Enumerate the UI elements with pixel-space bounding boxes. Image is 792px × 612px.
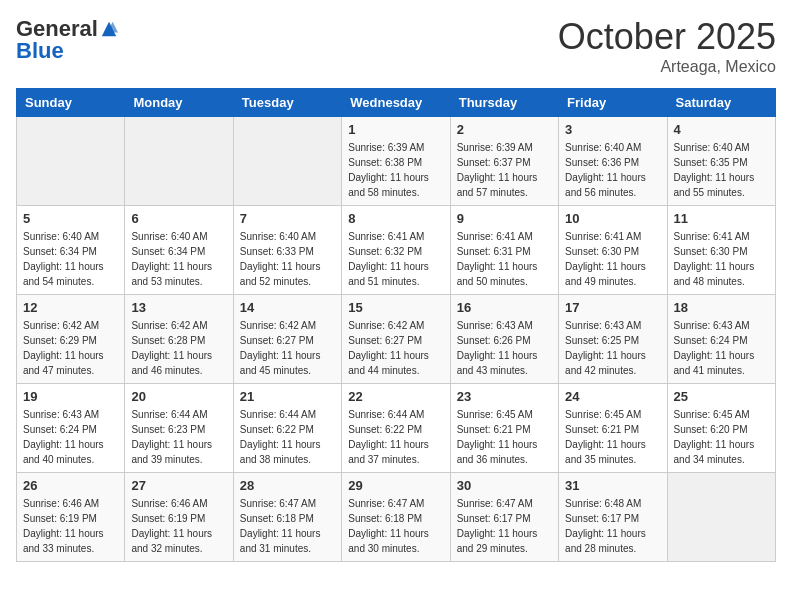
calendar-cell: 10 Sunrise: 6:41 AMSunset: 6:30 PMDaylig… [559,206,667,295]
day-info: Sunrise: 6:40 AMSunset: 6:34 PMDaylight:… [131,229,226,289]
calendar-table: SundayMondayTuesdayWednesdayThursdayFrid… [16,88,776,562]
calendar-cell: 17 Sunrise: 6:43 AMSunset: 6:25 PMDaylig… [559,295,667,384]
day-number: 20 [131,389,226,404]
day-info: Sunrise: 6:44 AMSunset: 6:22 PMDaylight:… [348,407,443,467]
day-info: Sunrise: 6:40 AMSunset: 6:33 PMDaylight:… [240,229,335,289]
calendar-cell: 29 Sunrise: 6:47 AMSunset: 6:18 PMDaylig… [342,473,450,562]
day-info: Sunrise: 6:44 AMSunset: 6:22 PMDaylight:… [240,407,335,467]
day-info: Sunrise: 6:40 AMSunset: 6:34 PMDaylight:… [23,229,118,289]
calendar-cell: 4 Sunrise: 6:40 AMSunset: 6:35 PMDayligh… [667,117,775,206]
logo-icon [100,20,118,38]
day-info: Sunrise: 6:43 AMSunset: 6:24 PMDaylight:… [674,318,769,378]
weekday-header-row: SundayMondayTuesdayWednesdayThursdayFrid… [17,89,776,117]
day-number: 27 [131,478,226,493]
day-info: Sunrise: 6:44 AMSunset: 6:23 PMDaylight:… [131,407,226,467]
day-number: 19 [23,389,118,404]
calendar-cell [233,117,341,206]
calendar-cell: 12 Sunrise: 6:42 AMSunset: 6:29 PMDaylig… [17,295,125,384]
weekday-header-tuesday: Tuesday [233,89,341,117]
calendar-cell: 9 Sunrise: 6:41 AMSunset: 6:31 PMDayligh… [450,206,558,295]
day-number: 22 [348,389,443,404]
calendar-cell: 24 Sunrise: 6:45 AMSunset: 6:21 PMDaylig… [559,384,667,473]
day-number: 7 [240,211,335,226]
calendar-cell: 23 Sunrise: 6:45 AMSunset: 6:21 PMDaylig… [450,384,558,473]
calendar-cell: 30 Sunrise: 6:47 AMSunset: 6:17 PMDaylig… [450,473,558,562]
logo: General Blue [16,16,118,64]
calendar-cell: 15 Sunrise: 6:42 AMSunset: 6:27 PMDaylig… [342,295,450,384]
calendar-cell: 18 Sunrise: 6:43 AMSunset: 6:24 PMDaylig… [667,295,775,384]
day-info: Sunrise: 6:45 AMSunset: 6:21 PMDaylight:… [457,407,552,467]
calendar-cell: 7 Sunrise: 6:40 AMSunset: 6:33 PMDayligh… [233,206,341,295]
calendar-cell: 27 Sunrise: 6:46 AMSunset: 6:19 PMDaylig… [125,473,233,562]
day-number: 4 [674,122,769,137]
day-info: Sunrise: 6:42 AMSunset: 6:28 PMDaylight:… [131,318,226,378]
day-number: 15 [348,300,443,315]
calendar-cell: 8 Sunrise: 6:41 AMSunset: 6:32 PMDayligh… [342,206,450,295]
day-info: Sunrise: 6:40 AMSunset: 6:35 PMDaylight:… [674,140,769,200]
day-info: Sunrise: 6:46 AMSunset: 6:19 PMDaylight:… [131,496,226,556]
day-info: Sunrise: 6:45 AMSunset: 6:20 PMDaylight:… [674,407,769,467]
day-number: 25 [674,389,769,404]
day-info: Sunrise: 6:47 AMSunset: 6:18 PMDaylight:… [240,496,335,556]
day-number: 11 [674,211,769,226]
day-number: 6 [131,211,226,226]
calendar-week-row: 1 Sunrise: 6:39 AMSunset: 6:38 PMDayligh… [17,117,776,206]
day-number: 30 [457,478,552,493]
calendar-cell: 13 Sunrise: 6:42 AMSunset: 6:28 PMDaylig… [125,295,233,384]
day-info: Sunrise: 6:42 AMSunset: 6:29 PMDaylight:… [23,318,118,378]
day-info: Sunrise: 6:42 AMSunset: 6:27 PMDaylight:… [240,318,335,378]
calendar-cell: 6 Sunrise: 6:40 AMSunset: 6:34 PMDayligh… [125,206,233,295]
day-info: Sunrise: 6:41 AMSunset: 6:31 PMDaylight:… [457,229,552,289]
day-number: 24 [565,389,660,404]
calendar-cell: 26 Sunrise: 6:46 AMSunset: 6:19 PMDaylig… [17,473,125,562]
weekday-header-saturday: Saturday [667,89,775,117]
day-info: Sunrise: 6:47 AMSunset: 6:18 PMDaylight:… [348,496,443,556]
day-number: 13 [131,300,226,315]
day-info: Sunrise: 6:43 AMSunset: 6:25 PMDaylight:… [565,318,660,378]
day-info: Sunrise: 6:46 AMSunset: 6:19 PMDaylight:… [23,496,118,556]
day-info: Sunrise: 6:41 AMSunset: 6:30 PMDaylight:… [565,229,660,289]
day-info: Sunrise: 6:39 AMSunset: 6:37 PMDaylight:… [457,140,552,200]
day-info: Sunrise: 6:41 AMSunset: 6:30 PMDaylight:… [674,229,769,289]
day-info: Sunrise: 6:41 AMSunset: 6:32 PMDaylight:… [348,229,443,289]
day-info: Sunrise: 6:40 AMSunset: 6:36 PMDaylight:… [565,140,660,200]
month-title: October 2025 [558,16,776,58]
day-number: 17 [565,300,660,315]
day-number: 3 [565,122,660,137]
day-number: 2 [457,122,552,137]
day-number: 28 [240,478,335,493]
weekday-header-wednesday: Wednesday [342,89,450,117]
calendar-cell: 28 Sunrise: 6:47 AMSunset: 6:18 PMDaylig… [233,473,341,562]
day-info: Sunrise: 6:43 AMSunset: 6:26 PMDaylight:… [457,318,552,378]
title-block: October 2025 Arteaga, Mexico [558,16,776,76]
calendar-cell [125,117,233,206]
calendar-cell: 11 Sunrise: 6:41 AMSunset: 6:30 PMDaylig… [667,206,775,295]
calendar-cell: 31 Sunrise: 6:48 AMSunset: 6:17 PMDaylig… [559,473,667,562]
day-number: 26 [23,478,118,493]
calendar-cell: 14 Sunrise: 6:42 AMSunset: 6:27 PMDaylig… [233,295,341,384]
calendar-cell [17,117,125,206]
calendar-cell: 1 Sunrise: 6:39 AMSunset: 6:38 PMDayligh… [342,117,450,206]
day-number: 21 [240,389,335,404]
calendar-cell: 2 Sunrise: 6:39 AMSunset: 6:37 PMDayligh… [450,117,558,206]
day-number: 1 [348,122,443,137]
calendar-cell: 19 Sunrise: 6:43 AMSunset: 6:24 PMDaylig… [17,384,125,473]
calendar-week-row: 26 Sunrise: 6:46 AMSunset: 6:19 PMDaylig… [17,473,776,562]
day-info: Sunrise: 6:45 AMSunset: 6:21 PMDaylight:… [565,407,660,467]
page-header: General Blue October 2025 Arteaga, Mexic… [16,16,776,76]
calendar-cell: 25 Sunrise: 6:45 AMSunset: 6:20 PMDaylig… [667,384,775,473]
day-info: Sunrise: 6:47 AMSunset: 6:17 PMDaylight:… [457,496,552,556]
day-number: 31 [565,478,660,493]
day-number: 5 [23,211,118,226]
calendar-week-row: 12 Sunrise: 6:42 AMSunset: 6:29 PMDaylig… [17,295,776,384]
calendar-cell: 16 Sunrise: 6:43 AMSunset: 6:26 PMDaylig… [450,295,558,384]
day-number: 18 [674,300,769,315]
day-info: Sunrise: 6:39 AMSunset: 6:38 PMDaylight:… [348,140,443,200]
day-number: 23 [457,389,552,404]
calendar-cell: 3 Sunrise: 6:40 AMSunset: 6:36 PMDayligh… [559,117,667,206]
day-number: 8 [348,211,443,226]
day-number: 29 [348,478,443,493]
calendar-week-row: 5 Sunrise: 6:40 AMSunset: 6:34 PMDayligh… [17,206,776,295]
day-number: 10 [565,211,660,226]
weekday-header-sunday: Sunday [17,89,125,117]
